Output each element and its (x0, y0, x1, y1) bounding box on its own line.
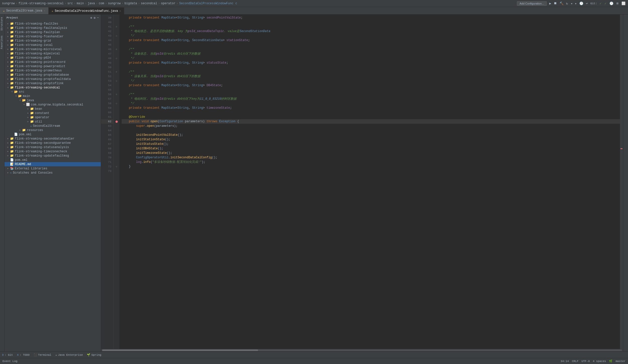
tree-item-pointsrecord[interactable]: ▶ 📁 flink-streaming-pointsrecord (5, 60, 101, 64)
java-enterprise-tool[interactable]: ☕ Java Enterprise (55, 353, 83, 356)
gutter-39 (114, 16, 119, 20)
tab-close-seconddatacal[interactable]: ✕ (119, 10, 121, 13)
tree-item-microivcal[interactable]: ▶ 📁 flink-streaming-microivcal (5, 47, 101, 51)
code-line-58: */ (122, 101, 620, 106)
breadcrumb-com[interactable]: com (99, 2, 104, 5)
tree-item-bean[interactable]: ▶ 📁 bean (5, 107, 101, 111)
tree-item-fcashandler[interactable]: ▶ 📁 flink-streaming-fcashandler (5, 34, 101, 39)
tree-item-mlpeivcal[interactable]: ▶ 📁 flink-streaming-mlpeivcal (5, 51, 101, 56)
horizontal-scrollbar[interactable] (101, 349, 623, 351)
tree-item-seconddatahandler[interactable]: ▶ 📁 flink-streaming-seconddatahandler (5, 137, 101, 141)
gutter-40 (114, 20, 119, 25)
add-configuration-button[interactable]: Add Configuration... (517, 1, 547, 6)
window-max-icon[interactable]: ⬜ (621, 1, 626, 6)
spring-tool[interactable]: 🌱 Spring (87, 353, 101, 356)
tree-arrow: ▶ (7, 137, 10, 140)
undo-icon[interactable]: ↩ (585, 1, 588, 6)
tree-item-operator[interactable]: ▶ 📁 operator (5, 115, 101, 119)
tree-arrow: ▼ (19, 99, 22, 102)
sidebar-gear-icon[interactable]: ⚙ (94, 16, 96, 20)
gutter-46[interactable]: ≡ (114, 47, 119, 52)
tree-item-constant[interactable]: ▶ 📁 constant (5, 111, 101, 115)
tree-item-prometheus[interactable]: ▶ 📁 flink-streaming-prometheus (5, 68, 101, 73)
tree-item-updatefaultmsg[interactable]: ▶ 📁 flink-streaming-updatefaultmsg (5, 154, 101, 158)
tree-item-secondcalstream[interactable]: ☕ SecondCalStream (5, 124, 101, 128)
tree-item-external-libs[interactable]: ▶ 📚 External Libraries (5, 166, 101, 171)
tree-item-powerpredict[interactable]: ▶ 📁 flink-streaming-powerpredict (5, 64, 101, 68)
build-icon[interactable]: 🔨 (559, 1, 564, 6)
tree-item-main[interactable]: ▼ 📂 main (5, 94, 101, 98)
status-event-log[interactable]: Event Log (3, 360, 17, 363)
git-branch-icon[interactable]: ✓ (604, 1, 607, 6)
structure-side-tab[interactable]: Structure (0, 15, 4, 33)
folder-icon: 📁 (30, 111, 34, 115)
gutter-51[interactable]: ≡ (114, 70, 119, 74)
sidebar-minimize-icon[interactable]: — (97, 16, 99, 20)
code-line-62: public void open(Configuration parameter… (122, 119, 620, 124)
breadcrumb-bigdata[interactable]: bigdata (124, 2, 137, 5)
tab-seconddatacal[interactable]: ☕ SecondDataCalProcessWindowFunc.java ✕ (49, 7, 124, 14)
tree-label: flink-streaming-p024 (15, 56, 51, 60)
tree-item-grid[interactable]: ▶ 📁 flink-streaming-grid (5, 39, 101, 43)
run-icon[interactable]: ▶ (549, 1, 552, 6)
code-content[interactable]: private transient MapState<String, Strin… (120, 15, 620, 349)
history-icon[interactable]: 🕐 (579, 1, 584, 6)
tree-item-src[interactable]: ▼ 📂 src (5, 90, 101, 94)
tree-item-proptodatabase[interactable]: ▶ 📁 flink-streaming-proptodatabase (5, 73, 101, 77)
status-indent[interactable]: 4 spaces (593, 360, 606, 363)
git-check-icon[interactable]: ✓ (599, 1, 602, 6)
tree-item-statusanalysis[interactable]: ▶ 📁 flink-streaming-statusanalysis (5, 145, 101, 149)
tree-item-timezonecheck[interactable]: ▶ 📁 flink-streaming-timezonecheck (5, 149, 101, 154)
terminal-tool[interactable]: ⬛ Terminal (34, 353, 51, 356)
tab-secondcalstream[interactable]: ☕ SecondCalStream.java ✕ (0, 7, 49, 14)
tree-item-p024[interactable]: ▶ 📁 flink-streaming-p024 (5, 56, 101, 60)
breadcrumb-sungrow[interactable]: sungrow (108, 2, 121, 5)
tree-item-readme[interactable]: 📝 README.md (5, 162, 101, 166)
stop-icon[interactable]: ⏹ (553, 1, 558, 6)
line-num-54: 54 (101, 83, 113, 88)
window-layout-icon[interactable]: ⊞ (616, 1, 619, 6)
status-line-ending[interactable]: CRLF (572, 360, 578, 363)
tree-item-resources[interactable]: ▶ 📁 resources (5, 128, 101, 132)
todo-tool[interactable]: 6 : TODO (17, 353, 30, 356)
breadcrumb-project[interactable]: flink-streaming-secondcal (19, 2, 64, 5)
tree-item-ivcal[interactable]: ▶ 📁 flink-streaming-ivcal (5, 43, 101, 47)
tree-item-proptofaultdata[interactable]: ▶ 📁 flink-streaming-proptofaultdata (5, 77, 101, 81)
tree-item-util[interactable]: ▶ 📁 util (5, 119, 101, 124)
prev-icon[interactable]: ◂ (570, 1, 573, 6)
tree-item-java[interactable]: ▼ 📂 java (5, 98, 101, 102)
tree-item-fault2es[interactable]: ▶ 📁 flink-streaming-fault2es (5, 22, 101, 26)
tree-item-scratches[interactable]: ▶ ✏️ Scratches and Consoles (5, 171, 101, 175)
tree-label: flink-streaming-faultanalysis (15, 26, 67, 30)
tab-close-secondcalstream[interactable]: ✕ (44, 9, 45, 12)
tree-item-pkg[interactable]: ▼ ⬜ com.sungrow.bigdata.secondcal (5, 102, 101, 107)
git-clock-icon[interactable]: 🕐 (609, 1, 614, 6)
tree-item-secondguarantee[interactable]: ▶ 📁 flink-streaming-secondguarantee (5, 141, 101, 145)
breadcrumb-root[interactable]: sungrow (2, 2, 15, 5)
folder-icon: 📁 (10, 73, 14, 77)
breadcrumb-secondcal[interactable]: secondcal (141, 2, 157, 5)
gutter-56[interactable]: ≡ (114, 92, 119, 97)
tree-item-faultanalysis[interactable]: ▶ 📁 flink-streaming-faultanalysis (5, 26, 101, 30)
git-tool[interactable]: 9 : Git (2, 353, 13, 356)
status-position[interactable]: 34:14 (561, 360, 569, 363)
favorites-side-tab[interactable]: Favorites (0, 33, 4, 52)
breadcrumb-src[interactable]: src (67, 2, 73, 5)
editor-area: 39 40 41 42 43 44 45 46 47 48 49 50 51 5… (101, 15, 623, 351)
status-git-branch[interactable]: master (615, 360, 625, 363)
gutter-59 (114, 106, 119, 110)
tree-item-secondcal[interactable]: ▼ 📁 flink-streaming-secondcal (5, 85, 101, 90)
tree-item-proptoflink[interactable]: ▶ 📁 flink-streaming-proptoflink (5, 81, 101, 85)
sidebar-add-icon[interactable]: ⊕ (90, 16, 92, 20)
tree-item-pom-root[interactable]: 📄 pom.xml (5, 158, 101, 162)
gutter-41[interactable]: ≡ (114, 25, 119, 29)
reload-icon[interactable]: ↻ (566, 1, 569, 6)
breadcrumb-main[interactable]: main (77, 2, 84, 5)
line-num-55: 55 (101, 88, 113, 92)
next-icon[interactable]: ▸ (574, 1, 577, 6)
breadcrumb-operator[interactable]: operator (161, 2, 176, 5)
tree-item-faultplan[interactable]: ▶ 📁 flink-streaming-faultplan (5, 30, 101, 34)
tree-item-pom-secondcal[interactable]: 📄 pom.xml (5, 132, 101, 137)
status-encoding[interactable]: UTF-8 (582, 360, 590, 363)
breadcrumb-java[interactable]: java (88, 2, 95, 5)
